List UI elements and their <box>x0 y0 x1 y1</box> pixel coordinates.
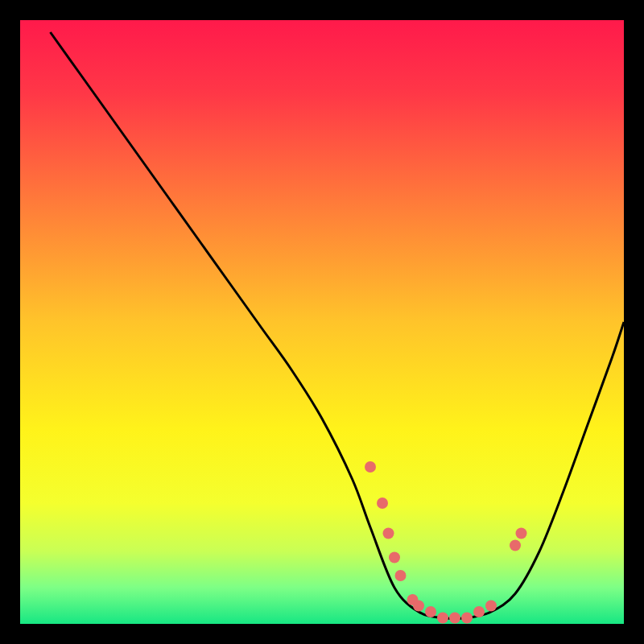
chart-frame: TheBottleneck.com <box>20 20 624 624</box>
marker-point <box>485 601 497 612</box>
marker-point <box>461 613 473 624</box>
marker-point <box>389 552 400 564</box>
marker-point <box>377 497 388 509</box>
marker-point <box>365 461 376 473</box>
marker-point <box>395 570 407 581</box>
marker-point <box>510 540 521 551</box>
marker-point <box>437 613 448 624</box>
marker-point <box>516 528 527 539</box>
marker-point <box>383 528 394 539</box>
marker-point <box>425 606 436 617</box>
marker-point <box>473 606 485 617</box>
gradient-background <box>20 20 624 624</box>
marker-point <box>449 613 460 624</box>
marker-point <box>413 601 424 612</box>
bottleneck-chart <box>20 20 624 624</box>
